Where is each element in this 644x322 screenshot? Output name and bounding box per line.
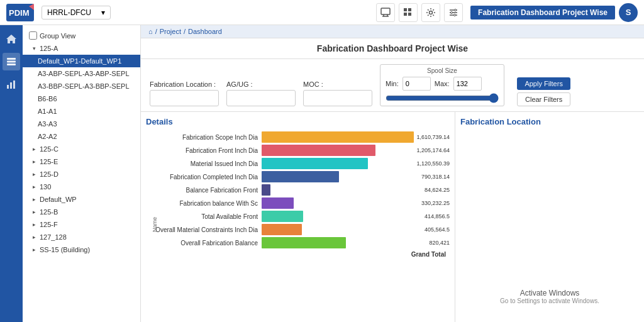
spool-min-input[interactable] — [402, 77, 431, 91]
tree-item-125-F[interactable]: ▸125-F — [23, 218, 140, 231]
chart-row: Overall Fabrication Balance820,421 — [155, 237, 450, 248]
tree-item-A3-A3[interactable]: A3-A3 — [23, 118, 140, 130]
bar-container — [262, 171, 419, 182]
chart-row: Balance Fabrication Front84,624.25 — [155, 184, 450, 196]
tree-item-label: 127_128 — [40, 233, 67, 241]
svg-rect-7 — [404, 8, 407, 11]
bar-value: 1,205,174.64 — [416, 147, 450, 153]
moc-label: MOC : — [303, 80, 372, 88]
tree-item-label: A3-A3 — [38, 120, 57, 128]
sidebar-home-icon[interactable] — [3, 30, 20, 48]
bar-container — [262, 145, 414, 156]
spool-size-title: Spool Size — [386, 67, 499, 74]
gear-icon-btn[interactable] — [421, 3, 440, 22]
tree-item-label: A1-A1 — [38, 108, 57, 115]
tree-item-label: SS-15 (Building) — [40, 246, 90, 253]
bar-label: Fabrication Scope Inch Dia — [155, 134, 262, 141]
filter-buttons: Apply Filters Clear Filters — [517, 77, 570, 106]
tree-item-125-B[interactable]: ▸125-B — [23, 206, 140, 218]
breadcrumb: ⌂ / Project / Dashboard — [141, 25, 644, 38]
project-dropdown[interactable]: HRRL-DFCU ▾ — [42, 6, 111, 19]
sidebar-icons — [0, 25, 23, 322]
tree-item-label: 130 — [40, 183, 51, 191]
details-title: Details — [146, 117, 450, 126]
spool-size-slider[interactable] — [386, 93, 499, 103]
tree-item-A3-BBP-SEPL[interactable]: A3-BBP-SEPL-A3-BBP-SEPL — [23, 80, 140, 92]
ag-ug-input[interactable] — [226, 90, 296, 106]
fab-location-input[interactable] — [150, 90, 219, 106]
bar-label: Fabrication Completed Inch Dia — [155, 174, 262, 180]
chart-row: Fabrication Completed Inch Dia790,318.14 — [155, 171, 450, 182]
tree-item-125-A[interactable]: ▾125-A — [23, 42, 140, 55]
fab-location-panel: Fabrication Location Activate Windows Go… — [455, 112, 644, 322]
tree-item-130[interactable]: ▸130 — [23, 180, 140, 193]
fab-location-filter: Fabrication Location : — [150, 80, 219, 106]
sidebar-chart-icon[interactable] — [3, 75, 20, 93]
bar-label: Fabrication Front Inch Dia — [155, 147, 262, 154]
tree-item-127_128[interactable]: ▸127_128 — [23, 231, 140, 243]
svg-rect-8 — [408, 8, 411, 11]
bar-label: Material Issued Inch Dia — [155, 160, 262, 167]
sidebar-layers-icon[interactable] — [3, 53, 20, 70]
tree-item-SS-15[interactable]: ▸SS-15 (Building) — [23, 243, 140, 256]
navbar-title-badge: Fabrication Dashboard Project Wise — [470, 6, 615, 19]
svg-rect-21 — [7, 64, 16, 65]
settings2-icon-btn[interactable] — [444, 3, 463, 22]
apply-filters-button[interactable]: Apply Filters — [517, 77, 570, 90]
tree-item-label: A2-A2 — [38, 133, 57, 140]
tree-item-label: A3-BBP-SEPL-A3-BBP-SEPL — [38, 82, 130, 90]
svg-marker-18 — [6, 35, 16, 43]
bar-fill — [262, 237, 346, 248]
min-label: Min: — [386, 80, 399, 87]
tree-item-label: B6-B6 — [38, 95, 57, 103]
breadcrumb-project[interactable]: Project — [160, 28, 181, 35]
tree-item-label: Default_WP — [40, 196, 77, 203]
monitor-icon-btn[interactable] — [376, 3, 395, 22]
chart-row: Total Available Front414,856.5 — [155, 211, 450, 222]
bar-label: Total Available Front — [155, 213, 262, 220]
tree-item-A1-A1[interactable]: A1-A1 — [23, 105, 140, 118]
chart-footer: Grand Total — [146, 251, 450, 258]
bar-label: Overall Fabrication Balance — [155, 240, 262, 247]
tree-item-label: 125-E — [40, 158, 58, 165]
breadcrumb-dashboard[interactable]: Dashboard — [188, 28, 222, 35]
bar-fill — [262, 211, 303, 222]
tree-item-B6-B6[interactable]: B6-B6 — [23, 92, 140, 105]
svg-rect-22 — [7, 85, 9, 89]
tree-item-Default_WP1[interactable]: Default_WP1-Default_WP1 — [23, 55, 140, 67]
grid-icon-btn[interactable] — [399, 3, 418, 22]
navbar: PDIM HRRL-DFCU ▾ Fabrication Dashboard P… — [0, 0, 644, 25]
activate-windows-title: Activate Windows — [520, 289, 580, 297]
svg-text:PDIM: PDIM — [9, 8, 30, 18]
bar-container — [262, 211, 422, 222]
spool-max-input[interactable] — [453, 77, 482, 91]
bar-container — [262, 131, 414, 143]
moc-input[interactable] — [303, 90, 372, 106]
tree-item-label: 125-D — [40, 170, 58, 178]
bar-value: 1,120,550.39 — [416, 160, 450, 167]
bar-chart: Fabrication Scope Inch Dia1,610,739.14Fa… — [155, 131, 450, 248]
group-view-label: Group View — [40, 32, 75, 40]
bar-fill — [262, 197, 294, 209]
clear-filters-button[interactable]: Clear Filters — [517, 92, 570, 106]
tree-item-label: 125-F — [40, 221, 58, 228]
bar-value: 1,610,739.14 — [416, 134, 450, 140]
tree-panel: Group View ▾125-ADefault_WP1-Default_WP1… — [23, 25, 141, 322]
tree-item-A2-A2[interactable]: A2-A2 — [23, 130, 140, 143]
tree-item-125-E[interactable]: ▸125-E — [23, 155, 140, 168]
bar-fill — [262, 171, 339, 182]
tree-item-125-D[interactable]: ▸125-D — [23, 168, 140, 180]
chart-row: Fabrication Front Inch Dia1,205,174.64 — [155, 145, 450, 156]
group-view-row: Group View — [23, 29, 140, 42]
chart-row: Material Issued Inch Dia1,120,550.39 — [155, 158, 450, 169]
spool-size-row: Min: Max: — [386, 77, 499, 91]
tree-item-A3-ABP-SEPL[interactable]: A3-ABP-SEPL-A3-ABP-SEPL — [23, 67, 140, 80]
svg-point-11 — [430, 11, 433, 14]
tree-item-125-C[interactable]: ▸125-C — [23, 143, 140, 155]
tree-item-label: 125-A — [40, 45, 58, 52]
group-view-checkbox[interactable] — [29, 31, 37, 40]
tree-item-Default_WP[interactable]: ▸Default_WP — [23, 193, 140, 206]
svg-point-17 — [454, 14, 456, 16]
details-panel: Details Name Fabrication Scope Inch Dia1… — [141, 112, 455, 322]
user-avatar[interactable]: S — [619, 3, 638, 22]
